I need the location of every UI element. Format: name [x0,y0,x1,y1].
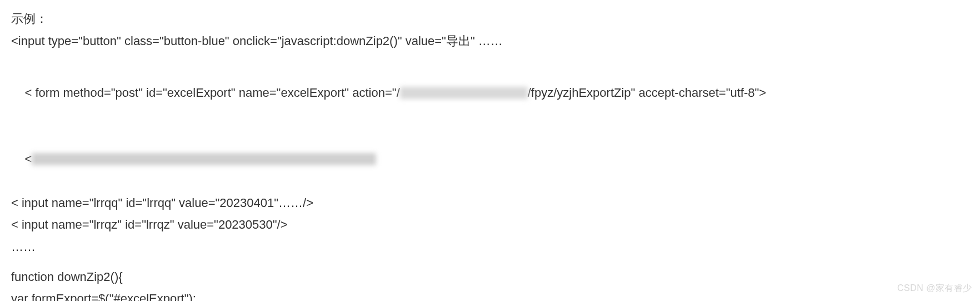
code-line: …… [11,236,969,258]
code-line: < form method="post" id="excelExport" na… [11,60,969,126]
code-text: < [24,152,32,166]
watermark: CSDN @家有睿少 [897,280,972,297]
redacted-segment [400,87,528,99]
code-line: <input type="button" class="button-blue"… [11,30,969,52]
code-line: < input name="lrrqz" id="lrrqz" value="2… [11,214,969,236]
code-line: var formExport=$("#excelExport"); [11,288,969,301]
code-line: < [11,126,969,192]
code-example-block: 示例： <input type="button" class="button-b… [11,8,969,301]
code-text: /fpyz/yzjhExportZip" accept-charset="utf… [528,86,766,100]
blank-line [11,258,969,266]
blank-line [11,52,969,60]
code-text: < form method="post" id="excelExport" na… [24,86,399,100]
code-line: function downZip2(){ [11,266,969,288]
redacted-segment [32,153,376,165]
code-line: < input name="lrrqq" id="lrrqq" value="2… [11,192,969,214]
header-line: 示例： [11,8,969,30]
